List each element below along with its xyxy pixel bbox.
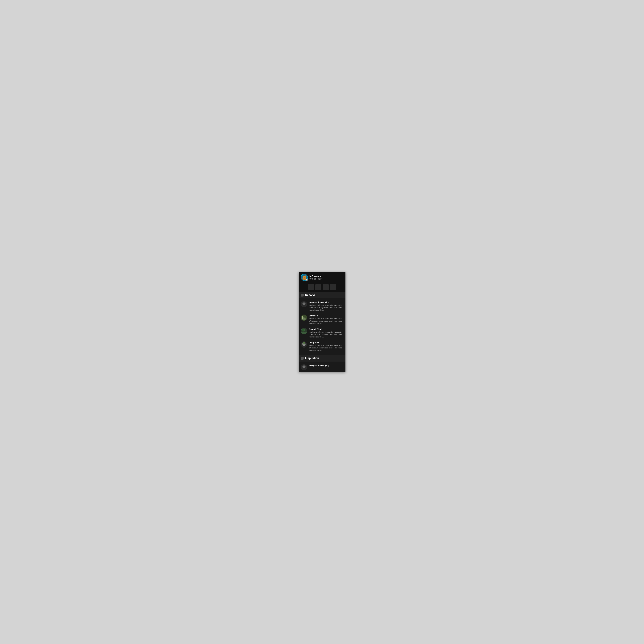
- svg-point-5: [304, 276, 304, 277]
- second-wind-desc: sodales. non elit vitae consectetur cons…: [309, 331, 343, 338]
- demolish-icon-svg: [301, 315, 307, 321]
- inspiration-grasp-title: Grasp of the Undying: [309, 364, 343, 366]
- player-sub: URGOT - TOP: [310, 278, 322, 280]
- tab-2[interactable]: [315, 284, 321, 290]
- list-item[interactable]: Second Wind sodales. non elit vitae cons…: [299, 326, 345, 340]
- inspiration-items-list: Grasp of the Undying: [299, 361, 345, 372]
- resolve-section-header: Resolve: [299, 292, 345, 298]
- tab-3[interactable]: [323, 284, 329, 290]
- inspiration-grasp-icon: [301, 364, 307, 370]
- svg-point-13: [301, 315, 307, 321]
- list-item[interactable]: Demolish sodales. non elit vitae consect…: [299, 313, 345, 326]
- second-wind-icon-svg: [301, 328, 307, 334]
- second-wind-icon: [301, 328, 307, 334]
- svg-point-29: [302, 329, 304, 331]
- overgrown-icon-svg: [301, 341, 307, 348]
- demolish-icon: [301, 315, 307, 321]
- inspiration-checkbox[interactable]: [301, 357, 304, 360]
- demolish-desc: sodales. non elit vitae consectetur cons…: [309, 317, 343, 325]
- header: 13 MG Wamu URGOT - TOP: [299, 272, 345, 283]
- svg-rect-22: [305, 318, 305, 318]
- svg-point-34: [304, 342, 305, 344]
- overgrown-title: Overgrown: [309, 341, 343, 344]
- svg-rect-23: [305, 318, 305, 318]
- inspiration-grasp-content: Grasp of the Undying: [309, 364, 343, 367]
- phone-container: 13 MG Wamu URGOT - TOP Resolve: [299, 272, 345, 372]
- grasp-content: Grasp of the Undying sodales. non elit v…: [309, 301, 343, 311]
- grasp-icon-svg: [301, 301, 307, 307]
- avatar-level-badge: 13: [306, 279, 308, 281]
- overgrown-desc: sodales. non elit vitae consectetur cons…: [309, 344, 343, 352]
- svg-point-33: [302, 342, 304, 344]
- tabs-row: [299, 283, 345, 292]
- demolish-content: Demolish sodales. non elit vitae consect…: [309, 315, 343, 325]
- overgrown-icon: [301, 341, 307, 348]
- tab-4[interactable]: [330, 284, 336, 290]
- list-item[interactable]: Grasp of the Undying sodales. non elit v…: [299, 299, 345, 313]
- overgrown-content: Overgrown sodales. non elit vitae consec…: [309, 341, 343, 352]
- grasp-icon: [301, 301, 307, 307]
- svg-rect-8: [303, 279, 304, 280]
- svg-point-7: [304, 277, 305, 278]
- list-item[interactable]: Overgrown sodales. non elit vitae consec…: [299, 340, 345, 353]
- tab-1[interactable]: [308, 284, 314, 290]
- inspiration-section-header: Inspiration: [299, 355, 345, 361]
- svg-point-35: [303, 344, 304, 344]
- grasp-title: Grasp of the Undying: [309, 301, 343, 303]
- second-wind-content: Second Wind sodales. non elit vitae cons…: [309, 328, 343, 338]
- demolish-title: Demolish: [309, 315, 343, 317]
- resolve-checkbox[interactable]: [301, 294, 304, 297]
- svg-rect-18: [302, 316, 304, 316]
- avatar-wrapper: 13: [301, 274, 308, 281]
- resolve-items-list: Grasp of the Undying sodales. non elit v…: [299, 298, 345, 354]
- second-wind-title: Second Wind: [309, 328, 343, 330]
- grasp-desc: sodales. non elit vitae consectetur cons…: [309, 304, 343, 311]
- resolve-section-title: Resolve: [305, 294, 316, 297]
- inspiration-grasp-icon-svg: [301, 364, 307, 370]
- svg-rect-19: [304, 316, 304, 317]
- list-item[interactable]: Grasp of the Undying: [299, 363, 345, 371]
- svg-point-6: [305, 276, 305, 277]
- player-name: MG Wamu: [310, 275, 322, 278]
- header-text: MG Wamu URGOT - TOP: [310, 275, 322, 280]
- inspiration-section-title: Inspiration: [305, 357, 319, 360]
- svg-point-36: [304, 344, 305, 344]
